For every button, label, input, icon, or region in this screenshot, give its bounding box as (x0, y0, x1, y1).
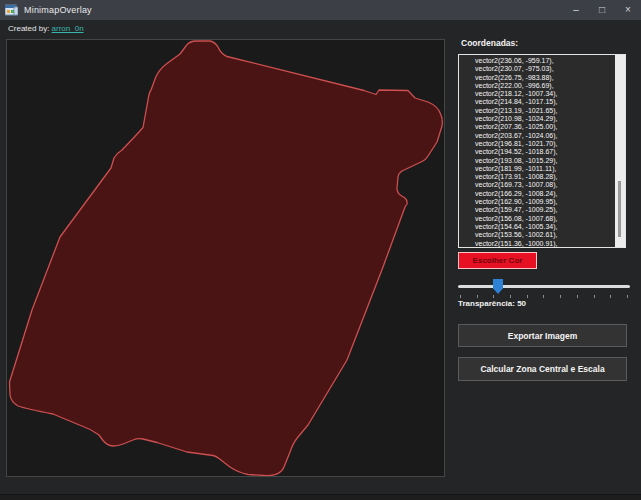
coordinate-list-item[interactable]: vector2(151.36, -1000.91), (459, 240, 613, 248)
coordinate-list-item[interactable]: vector2(218.12, -1007.34), (459, 90, 613, 98)
created-by-label: Created by: (8, 24, 49, 33)
zone-polygon (10, 41, 443, 476)
window-bottom-edge (0, 494, 641, 500)
slider-ticks (460, 295, 628, 298)
coordinate-list-item[interactable]: vector2(226.75, -983.88), (459, 74, 613, 82)
close-icon[interactable]: × (615, 0, 641, 20)
choose-color-button[interactable]: Escolher Cor (458, 252, 537, 269)
export-image-button[interactable]: Exportar Imagem (458, 324, 627, 347)
coordinate-list-item[interactable]: vector2(181.99, -1011.11), (459, 165, 613, 173)
coordinate-list-item[interactable]: vector2(193.08, -1015.29), (459, 157, 613, 165)
scrollbar-thumb[interactable] (618, 181, 621, 237)
app-window: MinimapOverlay – □ × Created by: arron_0… (0, 0, 641, 500)
created-by: Created by: arron_0n (8, 24, 84, 33)
coordinates-label: Coordenadas: (461, 38, 518, 48)
coordinates-listbox[interactable]: vector2(236.06, -959.17),vector2(230.07,… (458, 54, 626, 248)
coordinate-list-item[interactable]: vector2(173.91, -1008.28), (459, 173, 613, 181)
zone-polygon-svg (7, 40, 444, 476)
coordinate-list-item[interactable]: vector2(210.98, -1024.29), (459, 115, 613, 123)
coordinate-list-item[interactable]: vector2(154.64, -1005.34), (459, 223, 613, 231)
title-bar[interactable]: MinimapOverlay – □ × (0, 0, 641, 20)
transparency-label: Transparência: 50 (458, 299, 526, 308)
coordinate-list-item[interactable]: vector2(203.67, -1024.06), (459, 132, 613, 140)
coordinates-list: vector2(236.06, -959.17),vector2(230.07,… (459, 57, 613, 248)
coordinate-list-item[interactable]: vector2(162.90, -1009.95), (459, 198, 613, 206)
window-title: MinimapOverlay (24, 5, 92, 15)
author-link[interactable]: arron_0n (52, 24, 84, 33)
slider-track[interactable] (458, 285, 630, 288)
coordinate-list-item[interactable]: vector2(236.06, -959.17), (459, 57, 613, 65)
transparency-slider[interactable] (458, 278, 630, 298)
coordinate-list-item[interactable]: vector2(156.08, -1007.68), (459, 215, 613, 223)
coordinate-list-item[interactable]: vector2(196.81, -1021.70), (459, 140, 613, 148)
app-icon (5, 4, 18, 17)
coordinate-list-item[interactable]: vector2(213.19, -1021.65), (459, 107, 613, 115)
coordinate-list-item[interactable]: vector2(159.47, -1009.25), (459, 206, 613, 214)
coordinate-list-item[interactable]: vector2(230.07, -975.03), (459, 65, 613, 73)
calculate-zone-button[interactable]: Calcular Zona Central e Escala (458, 357, 627, 381)
coordinate-list-item[interactable]: vector2(207.36, -1025.00), (459, 123, 613, 131)
slider-thumb[interactable] (493, 279, 503, 294)
maximize-icon[interactable]: □ (589, 0, 615, 20)
coordinate-list-item[interactable]: vector2(153.56, -1002.61), (459, 231, 613, 239)
coordinate-list-item[interactable]: vector2(166.29, -1008.24), (459, 190, 613, 198)
scrollbar[interactable] (615, 55, 625, 247)
coordinate-list-item[interactable]: vector2(194.52, -1018.67), (459, 148, 613, 156)
coordinate-list-item[interactable]: vector2(169.73, -1007.08), (459, 181, 613, 189)
minimap-canvas (6, 39, 445, 477)
coordinate-list-item[interactable]: vector2(214.84, -1017.15), (459, 98, 613, 106)
minimize-icon[interactable]: – (563, 0, 589, 20)
coordinate-list-item[interactable]: vector2(222.00, -996.69), (459, 82, 613, 90)
